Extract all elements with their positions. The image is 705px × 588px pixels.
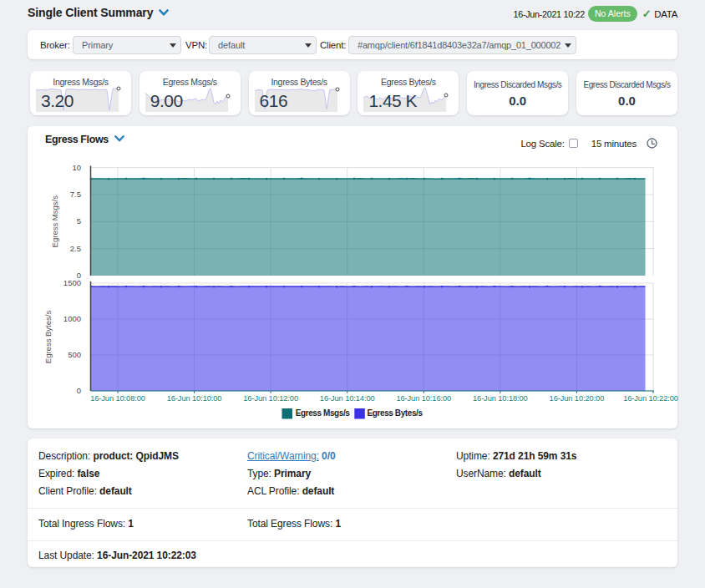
svg-text:Egress Bytes/s: Egress Bytes/s <box>43 311 53 364</box>
svg-text:16-Jun 10:14:00: 16-Jun 10:14:00 <box>320 394 375 403</box>
svg-text:16-Jun 10:16:00: 16-Jun 10:16:00 <box>396 394 451 403</box>
svg-text:5: 5 <box>77 216 81 226</box>
svg-text:16-Jun 10:12:00: 16-Jun 10:12:00 <box>243 394 298 403</box>
svg-text:10: 10 <box>72 163 81 172</box>
svg-text:Egress Bytes/s: Egress Bytes/s <box>368 408 424 418</box>
svg-text:Egress Msgs/s: Egress Msgs/s <box>296 408 351 418</box>
svg-text:16-Jun 10:18:00: 16-Jun 10:18:00 <box>473 394 528 403</box>
svg-text:1500: 1500 <box>63 278 81 287</box>
svg-text:16-Jun 10:10:00: 16-Jun 10:10:00 <box>167 394 222 403</box>
svg-text:500: 500 <box>68 350 81 359</box>
svg-text:2.5: 2.5 <box>70 244 81 253</box>
svg-text:7.5: 7.5 <box>70 190 81 199</box>
svg-text:Egress Msgs/s: Egress Msgs/s <box>50 195 59 248</box>
svg-text:1000: 1000 <box>63 314 81 323</box>
svg-text:0: 0 <box>77 386 81 395</box>
svg-text:16-Jun 10:20:00: 16-Jun 10:20:00 <box>550 394 605 403</box>
svg-text:16-Jun 10:22:00: 16-Jun 10:22:00 <box>623 394 678 403</box>
svg-text:16-Jun 10:08:00: 16-Jun 10:08:00 <box>90 394 145 403</box>
